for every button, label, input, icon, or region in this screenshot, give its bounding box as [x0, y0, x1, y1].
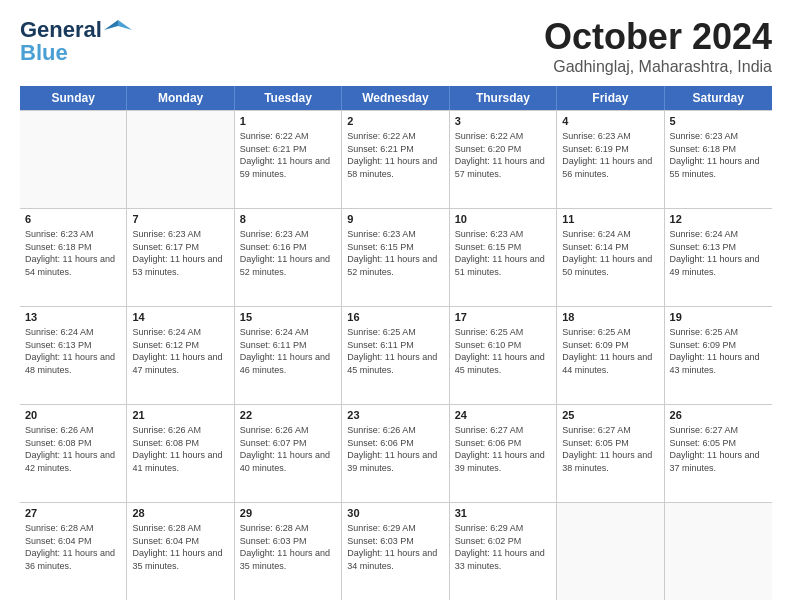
cell-w2-d0: 6Sunrise: 6:23 AMSunset: 6:18 PMDaylight… [20, 209, 127, 306]
cell-w3-d3: 16Sunrise: 6:25 AMSunset: 6:11 PMDayligh… [342, 307, 449, 404]
cell-w2-d6: 12Sunrise: 6:24 AMSunset: 6:13 PMDayligh… [665, 209, 772, 306]
header-friday: Friday [557, 86, 664, 110]
cell-w4-d4: 24Sunrise: 6:27 AMSunset: 6:06 PMDayligh… [450, 405, 557, 502]
cell-w2-d3: 9Sunrise: 6:23 AMSunset: 6:15 PMDaylight… [342, 209, 449, 306]
cell-w4-d5: 25Sunrise: 6:27 AMSunset: 6:05 PMDayligh… [557, 405, 664, 502]
svg-marker-0 [118, 20, 132, 30]
title-block: October 2024 Gadhinglaj, Maharashtra, In… [544, 16, 772, 76]
cell-w1-d6: 5Sunrise: 6:23 AMSunset: 6:18 PMDaylight… [665, 111, 772, 208]
cell-w5-d3: 30Sunrise: 6:29 AMSunset: 6:03 PMDayligh… [342, 503, 449, 600]
week-row-5: 27Sunrise: 6:28 AMSunset: 6:04 PMDayligh… [20, 503, 772, 600]
cell-w3-d5: 18Sunrise: 6:25 AMSunset: 6:09 PMDayligh… [557, 307, 664, 404]
cell-w1-d0 [20, 111, 127, 208]
cell-w3-d4: 17Sunrise: 6:25 AMSunset: 6:10 PMDayligh… [450, 307, 557, 404]
header-sunday: Sunday [20, 86, 127, 110]
cell-w2-d5: 11Sunrise: 6:24 AMSunset: 6:14 PMDayligh… [557, 209, 664, 306]
cell-w1-d3: 2Sunrise: 6:22 AMSunset: 6:21 PMDaylight… [342, 111, 449, 208]
svg-marker-1 [104, 20, 118, 30]
header-saturday: Saturday [665, 86, 772, 110]
header-wednesday: Wednesday [342, 86, 449, 110]
cell-w4-d3: 23Sunrise: 6:26 AMSunset: 6:06 PMDayligh… [342, 405, 449, 502]
cell-w5-d5 [557, 503, 664, 600]
cell-w4-d1: 21Sunrise: 6:26 AMSunset: 6:08 PMDayligh… [127, 405, 234, 502]
cell-w1-d4: 3Sunrise: 6:22 AMSunset: 6:20 PMDaylight… [450, 111, 557, 208]
cell-w2-d4: 10Sunrise: 6:23 AMSunset: 6:15 PMDayligh… [450, 209, 557, 306]
cell-w2-d2: 8Sunrise: 6:23 AMSunset: 6:16 PMDaylight… [235, 209, 342, 306]
cell-w4-d0: 20Sunrise: 6:26 AMSunset: 6:08 PMDayligh… [20, 405, 127, 502]
calendar: Sunday Monday Tuesday Wednesday Thursday… [20, 86, 772, 600]
header-tuesday: Tuesday [235, 86, 342, 110]
week-row-1: 1Sunrise: 6:22 AMSunset: 6:21 PMDaylight… [20, 111, 772, 209]
cell-w4-d6: 26Sunrise: 6:27 AMSunset: 6:05 PMDayligh… [665, 405, 772, 502]
logo-blue: Blue [20, 40, 68, 66]
calendar-header: Sunday Monday Tuesday Wednesday Thursday… [20, 86, 772, 110]
cell-w1-d1 [127, 111, 234, 208]
cell-w2-d1: 7Sunrise: 6:23 AMSunset: 6:17 PMDaylight… [127, 209, 234, 306]
week-row-2: 6Sunrise: 6:23 AMSunset: 6:18 PMDaylight… [20, 209, 772, 307]
cell-w5-d2: 29Sunrise: 6:28 AMSunset: 6:03 PMDayligh… [235, 503, 342, 600]
calendar-body: 1Sunrise: 6:22 AMSunset: 6:21 PMDaylight… [20, 110, 772, 600]
header: General Blue October 2024 Gadhinglaj, Ma… [20, 16, 772, 76]
header-monday: Monday [127, 86, 234, 110]
cell-w4-d2: 22Sunrise: 6:26 AMSunset: 6:07 PMDayligh… [235, 405, 342, 502]
cell-w5-d6 [665, 503, 772, 600]
cell-w1-d5: 4Sunrise: 6:23 AMSunset: 6:19 PMDaylight… [557, 111, 664, 208]
header-thursday: Thursday [450, 86, 557, 110]
page: General Blue October 2024 Gadhinglaj, Ma… [0, 0, 792, 612]
week-row-4: 20Sunrise: 6:26 AMSunset: 6:08 PMDayligh… [20, 405, 772, 503]
cell-w3-d1: 14Sunrise: 6:24 AMSunset: 6:12 PMDayligh… [127, 307, 234, 404]
page-title: October 2024 [544, 16, 772, 58]
cell-w1-d2: 1Sunrise: 6:22 AMSunset: 6:21 PMDaylight… [235, 111, 342, 208]
cell-w3-d2: 15Sunrise: 6:24 AMSunset: 6:11 PMDayligh… [235, 307, 342, 404]
week-row-3: 13Sunrise: 6:24 AMSunset: 6:13 PMDayligh… [20, 307, 772, 405]
cell-w5-d4: 31Sunrise: 6:29 AMSunset: 6:02 PMDayligh… [450, 503, 557, 600]
cell-w3-d6: 19Sunrise: 6:25 AMSunset: 6:09 PMDayligh… [665, 307, 772, 404]
logo-bird-icon [104, 16, 132, 44]
logo: General Blue [20, 16, 132, 66]
page-subtitle: Gadhinglaj, Maharashtra, India [544, 58, 772, 76]
cell-w5-d0: 27Sunrise: 6:28 AMSunset: 6:04 PMDayligh… [20, 503, 127, 600]
cell-w5-d1: 28Sunrise: 6:28 AMSunset: 6:04 PMDayligh… [127, 503, 234, 600]
cell-w3-d0: 13Sunrise: 6:24 AMSunset: 6:13 PMDayligh… [20, 307, 127, 404]
